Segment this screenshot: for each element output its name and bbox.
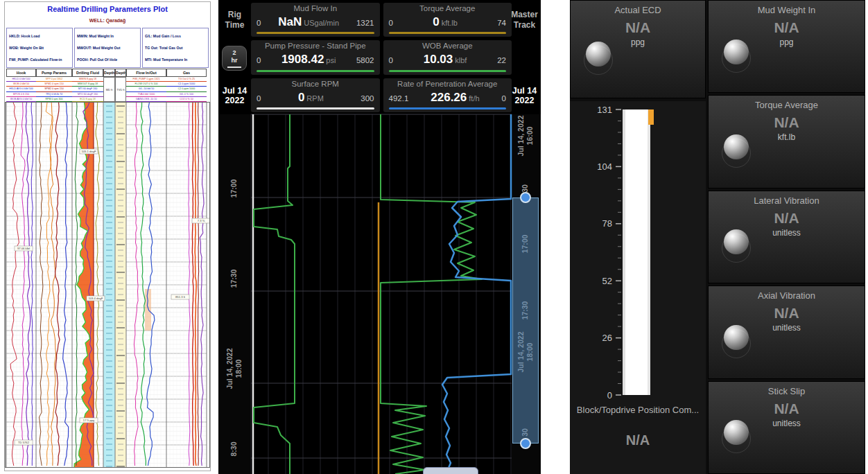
svg-text:104: 104 (597, 161, 612, 172)
legend-row: MTI: Mud Temperature In (145, 58, 206, 62)
block-position-gauge: 1311047852260 Block/Topdrive Position Co… (570, 101, 706, 474)
scale-row: G/L -50 bbl 50 (126, 87, 166, 91)
track-scale-rows: HKLD 0 klbf 500WOB 0 klbf 50HKLD AVG 0 k… (5, 77, 210, 102)
card-title: Stick Slip (709, 386, 865, 396)
status-sphere-icon (724, 420, 749, 445)
horizontal-scroll-handle[interactable] (423, 467, 478, 474)
gauge-value: 10.03 (424, 53, 453, 66)
gauge-tile-4[interactable]: Surface RPM00RPM300 (251, 78, 380, 112)
readout-card-torque-average[interactable]: Torque AverageN/Akft.lb (708, 95, 865, 188)
readout-card-stick-slip[interactable]: Stick SlipN/Aunitless (708, 381, 865, 474)
depth-header: MD ft (103, 77, 115, 102)
master-time-label: Jul 14, 2022 16:00 (517, 116, 535, 157)
gauge-underline (257, 107, 374, 109)
readout-panel: Actual ECDN/Appg 1311047852260 Block/Top… (570, 0, 865, 474)
gauge-value: 0 (433, 15, 439, 28)
scale-row: RPM 0 rpm 300 (36, 97, 72, 102)
scale-row: ECD 8 ppg 18 (72, 97, 103, 102)
card-value: N/A (571, 19, 705, 36)
legend-row: MWOUT: Mud Weight Out (77, 46, 138, 50)
readout-card-actual-ecd[interactable]: Actual ECDN/Appg (570, 0, 706, 98)
master-track-label: Master Track (508, 10, 541, 30)
status-sphere-icon (724, 229, 749, 254)
svg-text:105.1 degF: 105.1 degF (81, 150, 96, 153)
track-header-1: Pump Params (36, 69, 72, 77)
scale-row: MWOUT 8 ppg 18 (72, 82, 103, 87)
selection-handle-bottom[interactable] (520, 438, 531, 449)
scale-row: SPM2 0 spm 150 (36, 87, 72, 91)
gauge-values: 492.1226.26ft/h0 (389, 91, 507, 105)
track-header-6: Gas (166, 69, 207, 77)
scale-row: C2 0 ppm 5000 (166, 87, 207, 91)
gauge-max: 300 (361, 94, 374, 103)
gauge-value: N/A (570, 432, 706, 448)
card-title: Axial Vibration (709, 290, 865, 301)
gauge-min: 0 (389, 19, 393, 27)
readout-card-axial-vibration[interactable]: Axial VibrationN/Aunitless (708, 286, 865, 378)
svg-text:17.5 ppg: 17.5 ppg (83, 419, 95, 422)
well-name: WELL: Qaradağ (5, 18, 210, 23)
card-title: Mud Weight In (709, 5, 865, 15)
status-sphere-icon (586, 42, 611, 67)
track-header-2: Drilling Fluid (72, 69, 103, 77)
card-value: N/A (709, 305, 865, 322)
readout-right-column: Mud Weight InN/AppgTorque AverageN/Akft.… (708, 0, 865, 474)
scale-row: MTI 60 degF 160 (72, 87, 103, 91)
scale-row: FWI_PUMP 0 gpm 1321 (126, 77, 166, 82)
legend-row: TG Out: Total Gas Out (145, 46, 206, 50)
gauge-unit: psi (326, 56, 336, 64)
gauge-min: 492.1 (389, 94, 409, 103)
track-header-4: Depth (115, 69, 126, 77)
gauge-max: 5802 (356, 56, 374, 64)
gauge-tile-0[interactable]: Mud Flow In0NaNUSgal/min1321 (251, 3, 380, 37)
gauge-title: Pump Pressure - Stand Pipe (251, 42, 380, 50)
scale-row: G/L 0 % 100 (166, 92, 207, 97)
drilling-dashboard: Realtime Drilling Parameters Plot WELL: … (0, 0, 868, 474)
master-selection[interactable] (512, 198, 539, 444)
rig-time-label: Rig Time (218, 10, 251, 30)
legend-box-gas: G/L: Mud Gain / Loss TG Out: Total Gas O… (142, 28, 209, 68)
left-card-slot: Actual ECDN/Appg (570, 0, 706, 98)
status-sphere-icon (724, 325, 749, 350)
gauge-min: 0 (257, 56, 261, 64)
card-value: N/A (709, 210, 865, 227)
gauge-tile-5[interactable]: Rate of Penetration Average492.1226.26ft… (383, 78, 512, 112)
track-header-3: Depth (103, 69, 115, 77)
left-axis-date: Jul 14 2022 (218, 86, 251, 106)
gauge-tile-3[interactable]: WOB Average010.03klbf22 (383, 40, 512, 74)
gauge-min: 0 (257, 19, 261, 27)
gauge-tile-2[interactable]: Pump Pressure - Stand Pipe01908.42psi580… (251, 40, 380, 74)
gauge-value: 0 (298, 91, 304, 104)
readout-left-column: Actual ECDN/Appg 1311047852260 Block/Top… (570, 0, 706, 474)
realtime-plot-panel: Realtime Drilling Parameters Plot WELL: … (4, 1, 211, 471)
gauge-underline (389, 70, 507, 72)
gauge-values: 01908.42psi5802 (257, 53, 374, 67)
selection-handle-top[interactable] (520, 192, 531, 203)
gauge-title: WOB Average (383, 42, 512, 50)
scale-row: TRQ 0 kft.lb 74 (36, 92, 72, 97)
time-window-button[interactable]: 2 hr (222, 46, 247, 71)
gauge-values: 010.03klbf22 (389, 53, 507, 67)
gauge-values: 0NaNUSgal/min1321 (257, 15, 374, 29)
gauge-underline (389, 32, 507, 34)
gauge-unit: RPM (306, 94, 323, 103)
status-sphere-icon (724, 134, 749, 159)
card-title: Actual ECD (571, 5, 705, 15)
gauge-min: 0 (257, 94, 261, 103)
gauge-underline (257, 70, 374, 72)
scale-row: WOB AVG 0 klbf 50 (6, 97, 36, 102)
gauge-unit: USgal/min (304, 19, 339, 27)
scale-row: HKLD AVG 0 klbf 500 (6, 87, 36, 91)
scale-row: TVA 0 bbl 1000 (126, 92, 166, 97)
scale-row: TG Out 0 % 25 (166, 77, 207, 82)
well-log-plot[interactable]: 105.1 degF97.06 klbf103.4 degF7.3 %851.3… (5, 102, 210, 468)
time-label: Jul 14, 2022 18:00 (225, 349, 243, 389)
vertical-gauge: 1311047852260 (570, 101, 706, 471)
gauge-tile-1[interactable]: Torque Average00kft.lb74 (383, 3, 512, 37)
readout-card-mud-weight-in[interactable]: Mud Weight InN/Appg (708, 0, 865, 93)
gauge-title: Torque Average (383, 4, 512, 12)
readout-card-lateral-vibration[interactable]: Lateral VibrationN/Aunitless (708, 191, 865, 283)
scale-row: FLOW OUT 0 % 100 (126, 82, 166, 87)
scale-row: MWIN 8 ppg 18 (72, 77, 103, 82)
gauge-max: 1321 (356, 19, 374, 27)
